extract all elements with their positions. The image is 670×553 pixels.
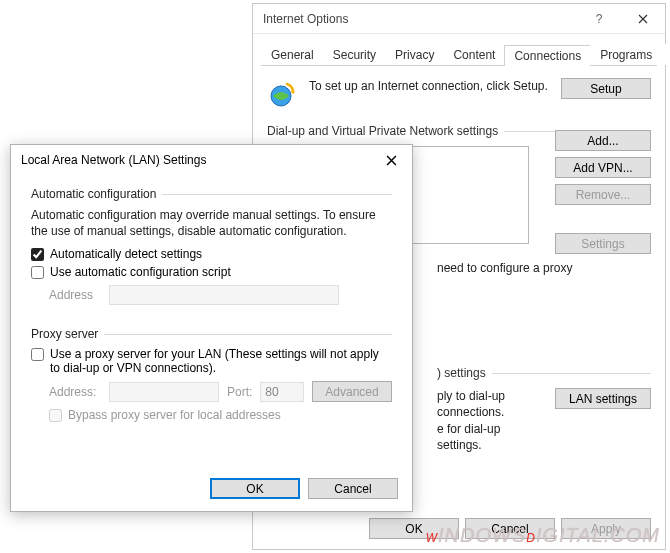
close-icon[interactable] [621,4,665,34]
tab-advanced[interactable]: Advanced [661,44,670,65]
internet-options-titlebar: Internet Options ? [253,4,665,34]
settings-button: Settings [555,233,651,254]
lan-cancel-button[interactable]: Cancel [308,478,398,499]
proxy-server-group: Proxy server Use a proxy server for your… [21,321,402,436]
lan-close-icon[interactable] [370,145,412,175]
use-proxy-checkbox[interactable] [31,348,44,361]
auto-address-label: Address [49,288,101,302]
add-vpn-button[interactable]: Add VPN... [555,157,651,178]
proxy-port-input [260,382,304,402]
bypass-checkbox [49,409,62,422]
tab-content[interactable]: Content [443,44,505,65]
use-proxy-checkbox-row[interactable]: Use a proxy server for your LAN (These s… [31,347,392,375]
lan-ok-button[interactable]: OK [210,478,300,499]
watermark: WWINDOWSDIGITAL.COMINDOWSDIGITAL.COM [426,524,660,547]
auto-detect-checkbox[interactable] [31,248,44,261]
help-button[interactable]: ? [577,4,621,34]
lan-settings-window: Local Area Network (LAN) Settings Automa… [10,144,413,512]
tab-programs[interactable]: Programs [590,44,662,65]
tab-strip: General Security Privacy Content Connect… [261,42,657,66]
lan-footer: OK Cancel [210,478,398,499]
dialup-side-buttons: Add... Add VPN... Remove... Settings [555,130,651,254]
setup-text: To set up an Internet connection, click … [309,78,551,94]
auto-config-legend: Automatic configuration [31,187,156,201]
tab-privacy[interactable]: Privacy [385,44,444,65]
auto-address-input [109,285,339,305]
proxy-legend: Proxy server [31,327,98,341]
proxy-port-label: Port: [227,385,252,399]
bypass-checkbox-row: Bypass proxy server for local addresses [49,408,392,422]
auto-script-checkbox-row[interactable]: Use automatic configuration script [31,265,392,279]
use-proxy-label: Use a proxy server for your LAN (These s… [50,347,392,375]
auto-detect-checkbox-row[interactable]: Automatically detect settings [31,247,392,261]
lan-text: ply to dial-up connections. e for dial-u… [437,388,545,453]
proxy-hint-partial: need to configure a proxy [437,260,651,276]
proxy-advanced-button: Advanced [312,381,391,402]
auto-script-checkbox[interactable] [31,266,44,279]
proxy-address-label: Address: [49,385,101,399]
auto-config-hint: Automatic configuration may override man… [31,207,392,239]
tab-connections[interactable]: Connections [504,45,591,66]
bypass-label: Bypass proxy server for local addresses [68,408,281,422]
auto-script-label: Use automatic configuration script [50,265,231,279]
auto-detect-label: Automatically detect settings [50,247,202,261]
connection-globe-icon [267,78,299,110]
lan-titlebar: Local Area Network (LAN) Settings [11,145,412,175]
internet-options-title: Internet Options [263,12,577,26]
tab-security[interactable]: Security [323,44,386,65]
automatic-configuration-group: Automatic configuration Automatic config… [21,181,402,315]
tab-general[interactable]: General [261,44,324,65]
svg-point-2 [291,90,294,93]
lan-title: Local Area Network (LAN) Settings [21,153,370,167]
lan-settings-button[interactable]: LAN settings [555,388,651,409]
add-button[interactable]: Add... [555,130,651,151]
setup-button[interactable]: Setup [561,78,651,99]
lan-group-label: ) settings [437,366,651,380]
remove-button: Remove... [555,184,651,205]
proxy-address-input [109,382,219,402]
